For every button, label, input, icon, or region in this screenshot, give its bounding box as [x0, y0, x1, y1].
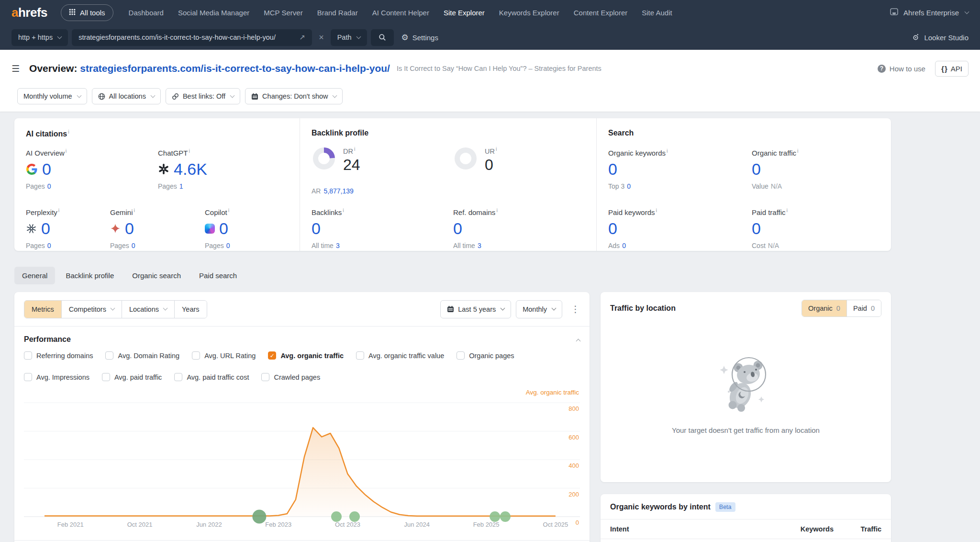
tab-organic-search[interactable]: Organic search — [124, 267, 189, 284]
checkbox-avg-impressions[interactable]: Avg. Impressions — [24, 373, 89, 381]
checkbox-box[interactable] — [102, 373, 110, 381]
target-link[interactable]: strategiesforparents.com/is-it-correct-t… — [80, 63, 390, 74]
checkbox-avg-domain-rating[interactable]: Avg. Domain Rating — [105, 351, 179, 360]
chart-event-dot[interactable] — [349, 511, 360, 522]
target-url-input[interactable]: strategiesforparents.com/is-it-correct-t… — [72, 29, 312, 46]
segment-metrics[interactable]: Metrics — [24, 301, 61, 318]
stat-value[interactable]: 0 — [752, 160, 761, 179]
checkbox-box[interactable] — [457, 351, 465, 360]
collapse-section-button[interactable] — [575, 335, 580, 344]
stat-value[interactable]: 0 — [42, 160, 51, 179]
nav-item-site-explorer[interactable]: Site Explorer — [444, 9, 485, 17]
checkbox-avg-organic-traffic-value[interactable]: Avg. organic traffic value — [356, 351, 444, 360]
calendar-icon — [251, 93, 258, 100]
protocol-label: http + https — [18, 34, 53, 41]
chart-event-dot[interactable] — [331, 511, 342, 522]
ahrefs-logo[interactable]: ahrefs — [11, 5, 47, 20]
info-icon: i — [496, 207, 497, 213]
filter-label: Best links: Off — [183, 92, 225, 100]
checkbox-box[interactable] — [24, 351, 32, 360]
stat-meta-value[interactable]: 0 — [226, 242, 230, 249]
search-button[interactable] — [371, 29, 394, 46]
checkbox-referring-domains[interactable]: Referring domains — [24, 351, 93, 360]
stat-meta-value[interactable]: 0 — [47, 182, 51, 190]
page-header: ☰ Overview: strategiesforparents.com/is-… — [0, 50, 980, 112]
stat-value[interactable]: 0 — [219, 219, 228, 238]
checkbox-box[interactable] — [174, 373, 182, 381]
checkbox-avg-paid-traffic[interactable]: Avg. paid traffic — [102, 373, 162, 381]
stat-meta-value[interactable]: 0 — [47, 242, 51, 249]
stat-value[interactable]: 4.6K — [174, 160, 207, 179]
stat-value[interactable]: 0 — [41, 219, 50, 238]
segment-competitors[interactable]: Competitors — [61, 301, 122, 318]
segment-locations[interactable]: Locations — [122, 301, 174, 318]
toggle-organic[interactable]: Organic 0 — [802, 300, 846, 316]
nav-item-content-explorer[interactable]: Content Explorer — [574, 9, 628, 17]
checkbox-box[interactable] — [356, 351, 364, 360]
stat-meta-value[interactable]: 0 — [627, 182, 631, 190]
stat-value[interactable]: 0 — [312, 219, 321, 238]
tab-general[interactable]: General — [14, 267, 55, 284]
all-tools-button[interactable]: All tools — [61, 4, 113, 21]
tab-paid-search[interactable]: Paid search — [191, 267, 245, 284]
ai-stat-perplexity: Perplexityi0Pages0 — [26, 207, 59, 249]
filter-changes-don-t-show[interactable]: Changes: Don't show — [245, 88, 343, 104]
checkbox-crawled-pages[interactable]: Crawled pages — [261, 373, 320, 381]
ar-rank: AR5,877,139 — [312, 187, 354, 195]
stat-value[interactable]: 0 — [453, 219, 462, 238]
nav-item-dashboard[interactable]: Dashboard — [129, 9, 164, 17]
stat-value[interactable]: 0 — [125, 219, 134, 238]
date-range-button[interactable]: Last 5 years — [440, 300, 511, 318]
external-link-icon[interactable]: ↗ — [300, 33, 306, 42]
stat-value[interactable]: 0 — [608, 160, 617, 179]
stat-meta-value[interactable]: 1 — [179, 182, 183, 190]
perplexity-icon — [26, 223, 37, 234]
checkbox-avg-url-rating[interactable]: Avg. URL Rating — [192, 351, 256, 360]
granularity-button[interactable]: Monthly — [516, 300, 562, 318]
rank-value[interactable]: 5,877,139 — [323, 187, 353, 195]
checkbox-avg-organic-traffic[interactable]: ✓Avg. organic traffic — [268, 351, 344, 360]
chart-event-dot[interactable] — [490, 511, 500, 522]
checkbox-box[interactable] — [24, 373, 32, 381]
chart-event-dot[interactable] — [500, 511, 511, 522]
checkbox-organic-pages[interactable]: Organic pages — [457, 351, 514, 360]
nav-item-mcp-server[interactable]: MCP Server — [264, 9, 302, 17]
checkbox-label: Avg. Domain Rating — [118, 352, 179, 360]
checkbox-box[interactable] — [192, 351, 200, 360]
nav-item-site-audit[interactable]: Site Audit — [642, 9, 672, 17]
stat-meta-value[interactable]: 0 — [622, 242, 626, 249]
segment-years[interactable]: Years — [174, 301, 207, 318]
clear-input-icon[interactable]: × — [319, 33, 324, 43]
checkbox-avg-paid-traffic-cost[interactable]: Avg. paid traffic cost — [174, 373, 249, 381]
tab-backlink-profile[interactable]: Backlink profile — [58, 267, 122, 284]
api-button[interactable]: { } API — [935, 61, 969, 77]
stat-meta-value[interactable]: 3 — [336, 242, 340, 249]
nav-item-brand-radar[interactable]: Brand Radar — [317, 9, 358, 17]
stat-meta-value[interactable]: 3 — [478, 242, 481, 249]
stat-value[interactable]: 0 — [608, 219, 617, 238]
menu-icon[interactable]: ☰ — [11, 63, 20, 74]
checkbox-box[interactable] — [261, 373, 269, 381]
nav-item-social-media-manager[interactable]: Social Media Manager — [178, 9, 249, 17]
how-to-use-button[interactable]: ? How to use — [878, 65, 925, 73]
stat-meta-value[interactable]: 0 — [132, 242, 135, 249]
looker-studio-button[interactable]: Looker Studio — [912, 33, 969, 42]
mode-select[interactable]: Path — [331, 29, 367, 46]
settings-button[interactable]: ⚙ Settings — [401, 33, 438, 43]
chart-event-dot[interactable] — [252, 510, 266, 524]
nav-item-ai-content-helper[interactable]: AI Content Helper — [372, 9, 429, 17]
filter-all-locations[interactable]: All locations — [92, 88, 161, 104]
column-header-intent[interactable]: Intent — [610, 525, 762, 533]
column-header-keywords[interactable]: Keywords — [762, 525, 834, 533]
nav-item-keywords-explorer[interactable]: Keywords Explorer — [499, 9, 559, 17]
filter-monthly-volume[interactable]: Monthly volume — [17, 88, 87, 104]
toggle-paid[interactable]: Paid 0 — [846, 300, 881, 316]
protocol-select[interactable]: http + https — [11, 29, 68, 46]
filter-best-links-off[interactable]: Best links: Off — [166, 88, 240, 104]
stat-value[interactable]: 0 — [752, 219, 761, 238]
account-menu[interactable]: Ahrefs Enterprise — [890, 7, 969, 18]
column-header-traffic[interactable]: Traffic — [834, 525, 881, 533]
checkbox-box[interactable]: ✓ — [268, 351, 276, 360]
more-options-icon[interactable]: ⋮ — [571, 304, 580, 315]
checkbox-box[interactable] — [105, 351, 113, 360]
